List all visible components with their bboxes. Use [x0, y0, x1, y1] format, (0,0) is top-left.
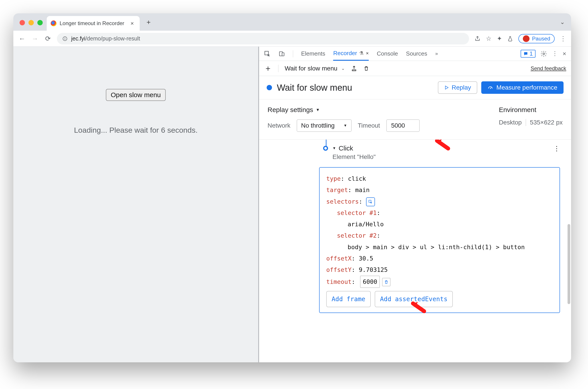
svg-rect-1: [65, 38, 65, 40]
env-viewport: 535×622 px: [530, 119, 563, 126]
prop-row: target: main: [326, 184, 553, 195]
caret-down-icon: ▼: [316, 108, 320, 112]
prop-row: selectors:: [326, 196, 553, 207]
scrollbar[interactable]: [568, 224, 570, 304]
network-label: Network: [268, 122, 290, 129]
step-marker-icon: [323, 146, 328, 151]
tab-strip: Longer timeout in Recorder × ＋ ⌄: [13, 13, 571, 31]
prop-row-value: aria/Hello: [326, 219, 553, 230]
env-device: Desktop: [499, 119, 522, 126]
address-bar[interactable]: jec.fyi/demo/pup-slow-result: [57, 33, 469, 44]
toolbar-actions: ☆ ✦ Paused ⋮: [474, 34, 566, 43]
replay-settings: Replay settings ▼ Network No throttling …: [259, 99, 571, 140]
svg-point-7: [490, 88, 491, 89]
tab-dropdown-icon[interactable]: ⌄: [560, 19, 565, 26]
caret-down-icon: ▼: [333, 146, 336, 150]
replay-settings-title[interactable]: Replay settings ▼: [268, 106, 420, 114]
measure-performance-button[interactable]: Measure performance: [481, 81, 563, 94]
bookmark-icon[interactable]: ☆: [486, 35, 491, 42]
recording-dot-icon: [267, 85, 272, 90]
kebab-menu-icon[interactable]: ⋮: [560, 35, 566, 42]
step-header[interactable]: ▼ Click Element "Hello" ⋮: [279, 144, 562, 161]
profile-paused-button[interactable]: Paused: [519, 34, 555, 43]
svg-rect-2: [65, 37, 65, 38]
measure-label: Measure performance: [496, 84, 557, 91]
gear-icon[interactable]: [540, 50, 547, 57]
chevron-down-icon: ⌄: [341, 66, 345, 71]
environment-block: Environment Desktop 535×622 px: [499, 106, 563, 126]
open-slow-menu-button[interactable]: Open slow menu: [106, 89, 166, 101]
browser-tab[interactable]: Longer timeout in Recorder ×: [47, 16, 140, 31]
reload-button[interactable]: ⟳: [44, 35, 52, 42]
add-asserted-events-button[interactable]: Add assertedEvents: [375, 291, 453, 307]
more-tabs-icon[interactable]: »: [435, 51, 438, 57]
prop-row: type: click: [326, 173, 553, 184]
favicon-icon: [51, 20, 57, 26]
maximize-window-icon[interactable]: [37, 20, 43, 25]
issues-badge[interactable]: 1: [521, 50, 535, 58]
step-editor: type: click target: main selectors: sele…: [319, 167, 560, 313]
recording-header: Wait for slow menu Replay Measure perfor…: [259, 76, 571, 99]
recording-title: Wait for slow menu: [277, 83, 352, 93]
chat-icon: [523, 51, 528, 56]
minimize-window-icon[interactable]: [29, 20, 34, 25]
recording-selector[interactable]: Wait for slow menu ⌄: [285, 65, 345, 72]
devtools-tabs: Elements Recorder ⚗ × Console Sources » …: [259, 47, 571, 61]
prop-row: timeout: 6000: [326, 276, 553, 288]
tab-recorder-label: Recorder: [333, 50, 357, 57]
rendered-page: Open slow menu Loading... Please wait fo…: [13, 47, 259, 362]
device-toggle-icon[interactable]: [279, 51, 285, 57]
step-timeout-input[interactable]: 6000: [360, 276, 380, 288]
timeout-input[interactable]: 5000: [386, 119, 420, 132]
share-icon[interactable]: [474, 35, 481, 42]
play-icon: [444, 85, 449, 90]
select-element-icon[interactable]: [264, 50, 271, 57]
close-window-icon[interactable]: [20, 20, 25, 25]
new-tab-button[interactable]: ＋: [142, 16, 155, 28]
network-throttle-select[interactable]: No throttling ▼: [297, 119, 352, 132]
avatar: [523, 35, 529, 42]
step-kebab-icon[interactable]: ⋮: [553, 144, 560, 152]
prop-row-value: body > main > div > ul > li:nth-child(1)…: [326, 241, 553, 253]
add-selector-icon[interactable]: [366, 197, 375, 206]
back-button[interactable]: ←: [18, 35, 26, 42]
flask-icon[interactable]: [507, 36, 513, 42]
gauge-icon: [487, 85, 493, 91]
send-feedback-link[interactable]: Send feedback: [531, 65, 566, 72]
replay-label: Replay: [452, 84, 471, 91]
svg-rect-5: [282, 53, 284, 56]
tab-elements[interactable]: Elements: [301, 47, 325, 60]
svg-point-6: [543, 53, 545, 55]
tab-console[interactable]: Console: [377, 47, 398, 60]
paused-label: Paused: [532, 35, 550, 42]
traffic-lights: [20, 20, 43, 25]
info-icon: [62, 36, 68, 41]
delete-prop-icon[interactable]: [382, 278, 390, 286]
close-tab-icon[interactable]: ×: [131, 20, 134, 27]
timeout-label: Timeout: [358, 122, 380, 129]
close-panel-icon[interactable]: ×: [366, 50, 369, 56]
recording-name: Wait for slow menu: [285, 65, 337, 72]
close-devtools-icon[interactable]: ×: [563, 50, 566, 57]
tab-title: Longer timeout in Recorder: [60, 20, 124, 27]
environment-title: Environment: [499, 106, 563, 114]
tab-sources[interactable]: Sources: [406, 47, 427, 60]
prop-row: offsetY: 9.703125: [326, 264, 553, 275]
delete-icon[interactable]: [363, 65, 369, 72]
issues-count: 1: [529, 50, 533, 57]
tab-recorder[interactable]: Recorder ⚗ ×: [333, 47, 369, 61]
recorder-toolbar: ＋ Wait for slow menu ⌄ Send feedback: [259, 61, 571, 76]
extensions-icon[interactable]: ✦: [497, 35, 502, 42]
add-step-icon[interactable]: ＋: [264, 63, 272, 74]
step-subtitle: Element "Hello": [333, 153, 562, 161]
export-icon[interactable]: [351, 65, 357, 72]
prop-row: offsetX: 30.5: [326, 253, 553, 264]
add-frame-button[interactable]: Add frame: [326, 291, 371, 307]
devtools-panel: Elements Recorder ⚗ × Console Sources » …: [259, 47, 571, 362]
steps-area: ▼ Click Element "Hello" ⋮ type: click ta…: [259, 140, 571, 362]
network-value: No throttling: [301, 122, 335, 129]
devtools-kebab-icon[interactable]: ⋮: [552, 50, 558, 57]
replay-button[interactable]: Replay: [438, 81, 477, 94]
forward-button[interactable]: →: [31, 35, 39, 42]
url-text: jec.fyi/demo/pup-slow-result: [71, 35, 140, 42]
